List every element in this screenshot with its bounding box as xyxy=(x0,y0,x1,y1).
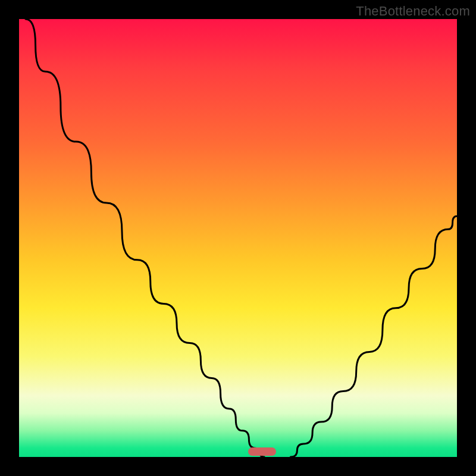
curve-right-path xyxy=(290,216,457,457)
bottleneck-curve xyxy=(19,19,457,457)
watermark-text: TheBottleneck.com xyxy=(356,4,470,19)
bottleneck-marker xyxy=(248,447,277,456)
curve-left-path xyxy=(26,19,264,457)
chart-frame: TheBottleneck.com xyxy=(0,0,476,476)
plot-area xyxy=(19,19,457,457)
